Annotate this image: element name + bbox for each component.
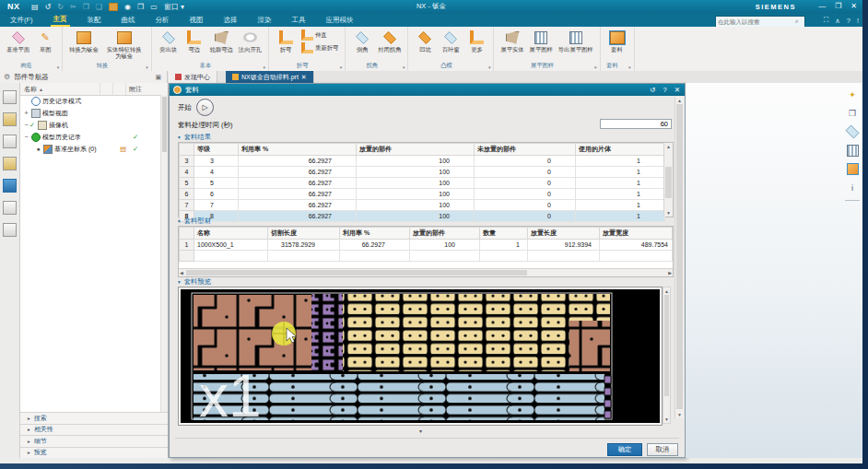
tab-button[interactable]: 突出块 — [158, 29, 179, 53]
results-row[interactable]: 5566.292710001 — [180, 178, 665, 189]
tab-active-part[interactable]: NX钣金自动排料.prt ✕ — [226, 71, 314, 83]
profiles-hscrollbar[interactable]: ◀ ▶ — [179, 268, 673, 276]
dialog-scrollbar[interactable]: ▲ ▼ — [674, 97, 684, 418]
part-navigator-icon[interactable] — [3, 135, 17, 148]
results-row[interactable]: 6666.292710001 — [180, 189, 665, 200]
closed-corner-button[interactable]: 封闭拐角 — [378, 29, 401, 53]
normal-cutout-button[interactable]: 法向开孔 — [239, 29, 262, 53]
ok-button[interactable]: 确定 — [607, 443, 642, 456]
group-caret-icon[interactable]: ▾ — [594, 64, 597, 70]
bend-button[interactable]: 折弯 — [276, 29, 296, 53]
gear-icon[interactable]: ⚙ — [4, 73, 10, 81]
time-input[interactable] — [600, 119, 672, 129]
history-palette-icon[interactable] — [3, 201, 17, 215]
menu-assembly[interactable]: 装配 — [85, 15, 104, 26]
group-caret-icon[interactable]: ▾ — [340, 64, 343, 70]
roles-icon[interactable] — [3, 223, 17, 237]
flat-solid-side-icon[interactable] — [846, 125, 860, 139]
results-scrollbar[interactable]: ▲ ▼ — [663, 143, 673, 217]
sketch-button[interactable]: ✎草图 — [35, 29, 55, 53]
louver-button[interactable]: 百叶窗 — [440, 29, 461, 53]
menu-file[interactable]: 文件(F) — [7, 15, 36, 26]
command-search[interactable]: ⌕ — [715, 16, 805, 28]
assembly-navigator-icon[interactable] — [3, 90, 17, 104]
export-flat-pattern-button[interactable]: 导出展平图样 — [558, 29, 593, 53]
menu-render[interactable]: 渲染 — [255, 15, 275, 26]
profile-row[interactable]: 1 1000X500_1 31578.2929 66.2927 100 1 91… — [180, 240, 673, 251]
group-caret-icon[interactable]: ▾ — [146, 64, 148, 70]
minimize-button[interactable]: — — [818, 2, 826, 10]
menu-home[interactable]: 主页 — [51, 14, 70, 27]
preview-section-header[interactable]: ▾ 套料预览 — [178, 277, 211, 287]
section-details[interactable]: ▸细节 — [20, 435, 168, 447]
group-caret-icon[interactable]: ▾ — [264, 64, 266, 70]
tree-column-header[interactable]: 名称 ▲ 附注 — [20, 83, 168, 96]
dialog-reset-icon[interactable]: ↺ — [650, 86, 655, 94]
group-caret-icon[interactable]: ▾ — [57, 64, 60, 70]
unbend-button[interactable]: 伸直 — [301, 29, 338, 41]
tree-row-history-mode[interactable]: 历史记录模式 — [20, 95, 161, 107]
menu-view[interactable]: 视图 — [187, 15, 206, 26]
group-caret-icon[interactable]: ▾ — [628, 64, 631, 70]
flat-pattern-button[interactable]: 展平图样 — [530, 29, 553, 53]
tab-close-icon[interactable]: ✕ — [301, 74, 307, 81]
results-row[interactable]: 4466.292710001 — [180, 167, 665, 178]
results-row-selected[interactable]: 8866.292710001 — [180, 211, 665, 222]
profiles-section-header[interactable]: ▾ 套料型材 — [178, 217, 211, 226]
results-row[interactable]: 3366.292710001 — [180, 156, 665, 167]
graphics-window[interactable]: ✦ ❐ i — [686, 83, 862, 458]
search-input[interactable] — [716, 18, 795, 25]
nesting-side-icon[interactable] — [847, 163, 859, 175]
check-icon[interactable]: ✓ — [133, 145, 138, 153]
flat-solid-button[interactable]: 展平实体 — [500, 29, 523, 53]
minimize-ribbon-icon[interactable]: ∧ — [835, 17, 840, 25]
suppress-badge-icon[interactable]: ▤ — [120, 145, 126, 153]
contour-flange-button[interactable]: 轮廓弯边 — [210, 29, 233, 53]
constraint-navigator-icon[interactable] — [3, 112, 17, 126]
tree-row-cameras[interactable]: − ✓ 摄像机 — [20, 119, 161, 131]
section-search[interactable]: ▸搜索 — [20, 412, 168, 424]
menu-curve[interactable]: 曲线 — [119, 15, 138, 26]
alert-icon[interactable]: ! — [857, 17, 859, 25]
datum-plane-button[interactable]: 基准平面 — [6, 29, 29, 53]
group-caret-icon[interactable]: ▾ — [488, 64, 491, 70]
expand-icon[interactable]: + — [23, 110, 29, 116]
collapse-icon[interactable]: − — [23, 122, 29, 128]
menu-tools[interactable]: 工具 — [289, 15, 309, 26]
flat-pattern-side-icon[interactable] — [847, 145, 859, 157]
section-dependencies[interactable]: ▸相关性 — [20, 424, 168, 436]
tree-row-datum-csys[interactable]: ● 基准坐标系 (0) ▤ ✓ — [20, 143, 161, 155]
help-icon[interactable]: ? — [847, 17, 850, 25]
flange-button[interactable]: 弯边 — [184, 29, 205, 53]
menu-selection[interactable]: 选择 — [221, 15, 240, 26]
tree-scrollbar[interactable] — [160, 95, 168, 412]
cancel-button[interactable]: 取消 — [647, 443, 678, 456]
dimple-button[interactable]: 凹坑 — [415, 29, 435, 53]
dialog-collapse-caret[interactable]: ▾ — [170, 428, 672, 434]
nesting-button[interactable]: 套料 — [607, 29, 628, 53]
start-nesting-button[interactable]: ▷ — [196, 99, 214, 116]
tab-discovery-center[interactable]: 发现中心 — [169, 71, 217, 83]
favorites-icon[interactable]: ✦ — [847, 88, 859, 100]
solid-to-sheetmetal-button[interactable]: 实体特征转换为钣金 — [104, 29, 145, 59]
collapse-icon[interactable]: − — [23, 134, 29, 140]
chamfer-button[interactable]: 倒角 — [352, 29, 372, 53]
information-icon[interactable]: i — [847, 182, 859, 193]
close-button[interactable]: ✕ — [850, 2, 857, 10]
preview-canvas[interactable]: x1 — [181, 289, 660, 423]
group-caret-icon[interactable]: ▾ — [403, 64, 405, 70]
nesting-preview[interactable]: x1 — [178, 287, 663, 426]
menu-application[interactable]: 应用模块 — [323, 15, 357, 26]
dialog-close-icon[interactable]: ✕ — [674, 86, 680, 94]
convert-to-sheetmetal-button[interactable]: 转换为钣金 — [69, 29, 98, 53]
dialog-help-icon[interactable]: ? — [663, 86, 667, 94]
results-section-header[interactable]: ▾ 套料结果 — [178, 133, 211, 142]
reuse-library-icon[interactable] — [3, 157, 17, 170]
section-preview[interactable]: ▸预览 — [20, 447, 168, 459]
tree-row-model-history[interactable]: − 模型历史记录 ✓ — [20, 131, 161, 143]
more-button[interactable]: 更多 — [466, 29, 487, 53]
results-row[interactable]: 7766.292710001 — [180, 200, 665, 211]
tree-row-model-views[interactable]: + 模型视图 — [20, 107, 161, 119]
copy-display-icon[interactable]: ❐ — [847, 107, 859, 119]
web-browser-icon[interactable] — [3, 179, 17, 193]
